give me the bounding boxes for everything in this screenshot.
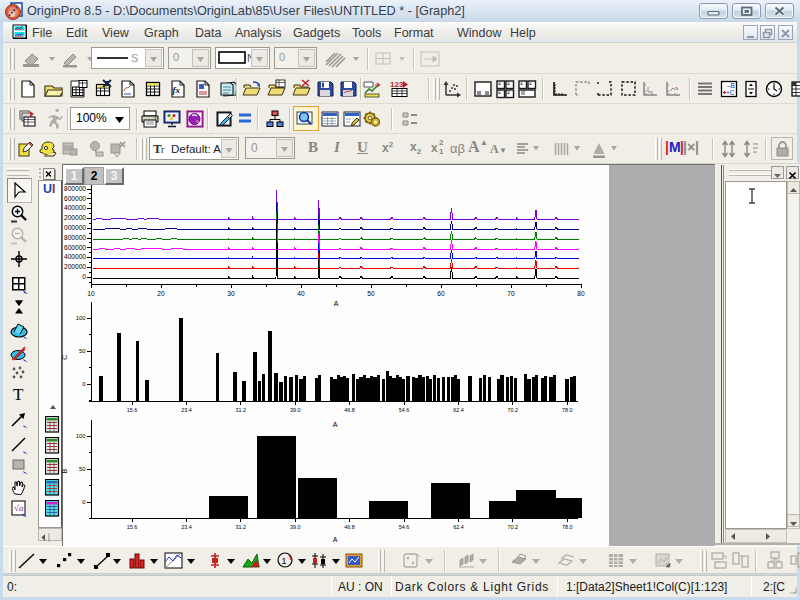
svg-text:–B: –B xyxy=(727,82,735,89)
svg-text:fx: fx xyxy=(173,85,181,95)
svg-text:1: 1 xyxy=(282,556,287,566)
svg-text:√a: √a xyxy=(14,503,24,513)
svg-text:T: T xyxy=(13,385,24,404)
svg-text:S: S xyxy=(131,52,138,64)
svg-text:123: 123 xyxy=(390,80,404,89)
svg-text:+C: +C xyxy=(726,89,735,96)
